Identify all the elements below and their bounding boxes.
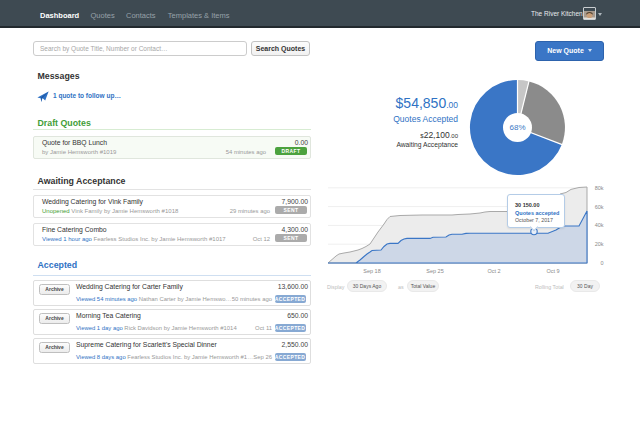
- svg-text:60k: 60k: [595, 204, 604, 210]
- svg-text:0: 0: [600, 260, 603, 266]
- svg-text:Oct 2: Oct 2: [487, 268, 500, 274]
- svg-text:Oct 9: Oct 9: [546, 268, 559, 274]
- svg-text:40k: 40k: [595, 222, 604, 228]
- svg-text:Sep 25: Sep 25: [426, 268, 443, 274]
- svg-text:20k: 20k: [595, 241, 604, 247]
- svg-text:80k: 80k: [595, 185, 604, 191]
- svg-text:Sep 18: Sep 18: [363, 268, 380, 274]
